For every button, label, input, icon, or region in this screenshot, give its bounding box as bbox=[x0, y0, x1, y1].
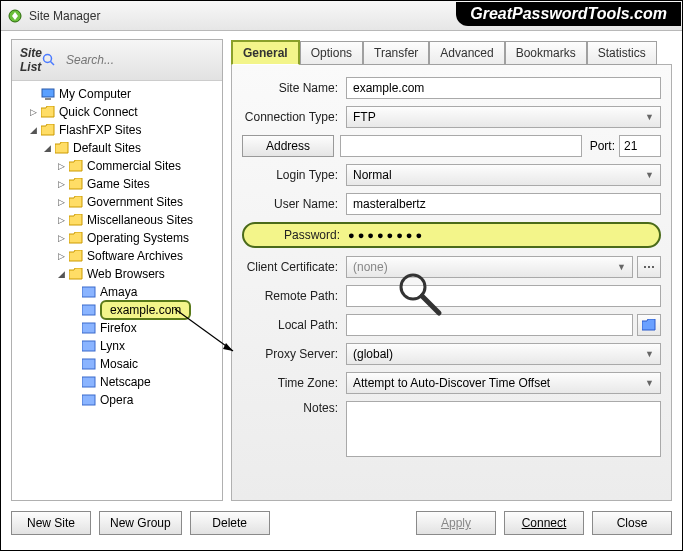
delete-button[interactable]: Delete bbox=[190, 511, 270, 535]
tab-transfer[interactable]: Transfer bbox=[363, 41, 429, 65]
tree-node-software[interactable]: ▷Software Archives bbox=[12, 247, 222, 265]
port-label: Port: bbox=[590, 139, 615, 153]
tree-node-commercial[interactable]: ▷Commercial Sites bbox=[12, 157, 222, 175]
site-icon bbox=[81, 302, 97, 318]
tree-node-netscape[interactable]: Netscape bbox=[12, 373, 222, 391]
username-label: User Name: bbox=[242, 197, 346, 211]
expand-icon[interactable]: ▷ bbox=[56, 215, 67, 226]
folder-icon bbox=[68, 248, 84, 264]
folder-icon bbox=[68, 230, 84, 246]
proxy-label: Proxy Server: bbox=[242, 347, 346, 361]
svg-line-2 bbox=[51, 62, 55, 66]
chevron-down-icon: ▼ bbox=[645, 349, 654, 359]
site-name-label: Site Name: bbox=[242, 81, 346, 95]
collapse-icon[interactable]: ◢ bbox=[42, 143, 53, 154]
tree-node-government[interactable]: ▷Government Sites bbox=[12, 193, 222, 211]
close-button-footer[interactable]: Close bbox=[592, 511, 672, 535]
tree-node-os[interactable]: ▷Operating Systems bbox=[12, 229, 222, 247]
expand-icon[interactable]: ▷ bbox=[56, 233, 67, 244]
app-icon bbox=[7, 8, 23, 24]
svg-rect-10 bbox=[82, 377, 95, 387]
tab-bookmarks[interactable]: Bookmarks bbox=[505, 41, 587, 65]
login-type-select[interactable]: Normal▼ bbox=[346, 164, 661, 186]
expand-icon[interactable]: ▷ bbox=[28, 107, 39, 118]
remote-path-input[interactable] bbox=[346, 285, 661, 307]
client-cert-browse-button[interactable]: ⋯ bbox=[637, 256, 661, 278]
search-input[interactable] bbox=[62, 51, 221, 69]
login-type-label: Login Type: bbox=[242, 168, 346, 182]
tree-node-quickconnect[interactable]: ▷Quick Connect bbox=[12, 103, 222, 121]
watermark: GreatPasswordTools.com bbox=[456, 2, 681, 26]
site-icon bbox=[81, 320, 97, 336]
chevron-down-icon: ▼ bbox=[645, 170, 654, 180]
tree-node-mycomputer[interactable]: My Computer bbox=[12, 85, 222, 103]
apply-button[interactable]: Apply bbox=[416, 511, 496, 535]
new-site-button[interactable]: New Site bbox=[11, 511, 91, 535]
folder-icon bbox=[68, 266, 84, 282]
notes-input[interactable] bbox=[346, 401, 661, 457]
tree-node-lynx[interactable]: Lynx bbox=[12, 337, 222, 355]
connection-type-select[interactable]: FTP▼ bbox=[346, 106, 661, 128]
tree-node-opera[interactable]: Opera bbox=[12, 391, 222, 409]
svg-rect-7 bbox=[82, 323, 95, 333]
svg-rect-6 bbox=[82, 305, 95, 315]
connect-button[interactable]: Connect bbox=[504, 511, 584, 535]
username-input[interactable] bbox=[346, 193, 661, 215]
tab-advanced[interactable]: Advanced bbox=[429, 41, 504, 65]
tab-options[interactable]: Options bbox=[300, 41, 363, 65]
proxy-select[interactable]: (global)▼ bbox=[346, 343, 661, 365]
local-path-browse-button[interactable] bbox=[637, 314, 661, 336]
client-cert-select[interactable]: (none)▼ bbox=[346, 256, 633, 278]
remote-path-label: Remote Path: bbox=[242, 289, 346, 303]
new-group-button[interactable]: New Group bbox=[99, 511, 182, 535]
collapse-icon[interactable]: ◢ bbox=[56, 269, 67, 280]
folder-icon bbox=[642, 319, 656, 331]
local-path-input[interactable] bbox=[346, 314, 633, 336]
svg-rect-3 bbox=[42, 89, 54, 97]
svg-rect-11 bbox=[82, 395, 95, 405]
expand-icon[interactable]: ▷ bbox=[56, 197, 67, 208]
site-icon bbox=[81, 338, 97, 354]
client-cert-label: Client Certificate: bbox=[242, 260, 346, 274]
collapse-icon[interactable]: ◢ bbox=[28, 125, 39, 136]
site-tree[interactable]: My Computer ▷Quick Connect ◢FlashFXP Sit… bbox=[12, 81, 222, 500]
expand-icon[interactable]: ▷ bbox=[56, 161, 67, 172]
tree-node-game[interactable]: ▷Game Sites bbox=[12, 175, 222, 193]
site-name-input[interactable] bbox=[346, 77, 661, 99]
svg-rect-8 bbox=[82, 341, 95, 351]
expand-icon[interactable]: ▷ bbox=[56, 251, 67, 262]
chevron-down-icon: ▼ bbox=[645, 112, 654, 122]
password-input[interactable]: ●●●●●●●● bbox=[348, 229, 651, 241]
tree-node-misc[interactable]: ▷Miscellaneous Sites bbox=[12, 211, 222, 229]
tab-bar: General Options Transfer Advanced Bookma… bbox=[231, 39, 672, 65]
tree-node-web[interactable]: ◢Web Browsers bbox=[12, 265, 222, 283]
port-input[interactable] bbox=[619, 135, 661, 157]
tree-node-default[interactable]: ◢Default Sites bbox=[12, 139, 222, 157]
timezone-select[interactable]: Attempt to Auto-Discover Time Offset▼ bbox=[346, 372, 661, 394]
site-list-header: Site List bbox=[20, 46, 42, 74]
folder-icon bbox=[54, 140, 70, 156]
folder-icon bbox=[68, 176, 84, 192]
site-icon bbox=[81, 374, 97, 390]
tab-general[interactable]: General bbox=[231, 40, 300, 65]
password-label: Password: bbox=[252, 228, 348, 242]
tree-node-firefox[interactable]: Firefox bbox=[12, 319, 222, 337]
local-path-label: Local Path: bbox=[242, 318, 346, 332]
site-list-panel: Site List My Computer ▷Quick Connect ◢Fl… bbox=[11, 39, 223, 501]
tree-node-mosaic[interactable]: Mosaic bbox=[12, 355, 222, 373]
svg-rect-9 bbox=[82, 359, 95, 369]
tab-statistics[interactable]: Statistics bbox=[587, 41, 657, 65]
site-icon bbox=[81, 356, 97, 372]
footer-buttons: New Site New Group Delete Apply Connect … bbox=[11, 511, 672, 535]
tree-node-flashfxp[interactable]: ◢FlashFXP Sites bbox=[12, 121, 222, 139]
address-button[interactable]: Address bbox=[242, 135, 334, 157]
address-input[interactable] bbox=[340, 135, 582, 157]
folder-icon bbox=[68, 194, 84, 210]
search-icon bbox=[42, 53, 56, 67]
folder-icon bbox=[68, 212, 84, 228]
tree-node-example[interactable]: example.com bbox=[12, 301, 222, 319]
folder-icon bbox=[40, 104, 56, 120]
tree-node-amaya[interactable]: Amaya bbox=[12, 283, 222, 301]
expand-icon[interactable]: ▷ bbox=[56, 179, 67, 190]
connection-type-label: Connection Type: bbox=[242, 110, 346, 124]
